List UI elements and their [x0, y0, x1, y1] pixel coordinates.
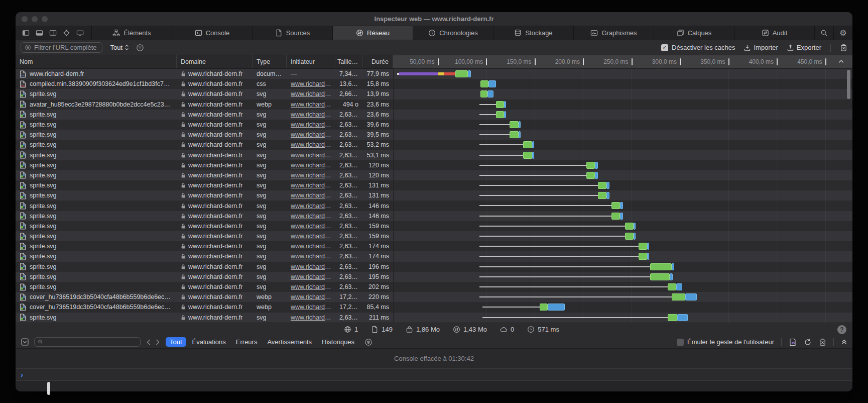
tab-audit[interactable]: Audit — [734, 26, 814, 40]
initiator-link[interactable]: www.richard-d… — [291, 162, 331, 169]
waterfall-bar[interactable] — [393, 110, 852, 120]
console-scope-erreurs[interactable]: Erreurs — [232, 337, 262, 347]
initiator-link[interactable]: www.richard-d… — [291, 131, 331, 138]
waterfall-bar[interactable] — [393, 99, 852, 110]
initiator-link[interactable]: www.richard-d… — [291, 152, 331, 159]
vertical-scrollbar[interactable] — [847, 70, 850, 99]
tab-storage[interactable]: Stockage — [493, 26, 573, 40]
console-scope-button[interactable] — [21, 338, 29, 346]
initiator-link[interactable]: www.richard-d… — [291, 90, 331, 97]
initiator-link[interactable]: www.richard-d… — [291, 182, 331, 189]
table-row[interactable]: sprite.svgwww.richard-dern.frsvgwww.rich… — [16, 272, 852, 282]
column-header-domain[interactable]: Domaine — [177, 55, 253, 68]
initiator-link[interactable]: www.richard-d… — [291, 203, 331, 210]
table-row[interactable]: <>www.richard-dern.frwww.richard-dern.fr… — [16, 69, 852, 79]
table-row[interactable]: sprite.svgwww.richard-dern.frsvgwww.rich… — [16, 262, 852, 272]
initiator-link[interactable]: www.richard-d… — [291, 111, 331, 118]
table-row[interactable]: sprite.svgwww.richard-dern.frsvgwww.rich… — [16, 282, 852, 292]
waterfall-bar[interactable] — [393, 69, 852, 79]
waterfall-bar[interactable] — [393, 120, 852, 130]
column-header-size[interactable]: Taille… — [335, 55, 362, 68]
table-row[interactable]: sprite.svgwww.richard-dern.frsvgwww.rich… — [16, 241, 852, 251]
initiator-link[interactable]: www.richard-d… — [291, 223, 331, 230]
table-row[interactable]: cover_hu736519dc3b5040cfa48b6b559b6de6ec… — [16, 292, 852, 302]
table-row[interactable]: sprite.svgwww.richard-dern.frsvgwww.rich… — [16, 89, 852, 99]
initiator-link[interactable]: www.richard-d… — [291, 283, 331, 290]
initiator-link[interactable]: www.richard-d… — [291, 304, 331, 311]
column-header-duration[interactable]: Durée — [362, 55, 393, 68]
initiator-link[interactable]: www.richard-d… — [291, 253, 331, 260]
device-settings-icon[interactable] — [76, 29, 84, 37]
initiator-link[interactable]: www.richard-d… — [291, 263, 331, 270]
table-row[interactable]: sprite.svgwww.richard-dern.frsvgwww.rich… — [16, 221, 852, 231]
waterfall-bar[interactable] — [393, 130, 852, 140]
import-button[interactable]: Importer — [744, 44, 778, 51]
initiator-link[interactable]: www.richard-d… — [291, 80, 331, 87]
waterfall-bar[interactable] — [393, 231, 852, 241]
initiator-link[interactable]: www.richard-d… — [291, 141, 331, 148]
table-row[interactable]: sprite.svgwww.richard-dern.frsvgwww.rich… — [16, 170, 852, 180]
waterfall-bar[interactable] — [393, 272, 852, 282]
resource-type-select[interactable]: Tout — [110, 44, 130, 51]
table-row[interactable]: sprite.svgwww.richard-dern.frsvgwww.rich… — [16, 200, 852, 211]
column-header-type[interactable]: Type — [253, 55, 287, 68]
initiator-link[interactable]: www.richard-d… — [291, 233, 331, 240]
url-filter-input[interactable]: Filtrer l’URL complète — [21, 42, 102, 53]
table-row[interactable]: sprite.svgwww.richard-dern.frsvgwww.rich… — [16, 140, 852, 150]
expand-console-button[interactable] — [841, 339, 847, 345]
waterfall-bar[interactable] — [393, 211, 852, 221]
next-result-icon[interactable] — [156, 339, 160, 345]
table-row[interactable]: sprite.svgwww.richard-dern.frsvgwww.rich… — [16, 110, 852, 120]
waterfall-bar[interactable] — [393, 221, 852, 231]
help-button[interactable]: ? — [837, 325, 846, 334]
dock-left-icon[interactable] — [22, 29, 30, 37]
tab-console[interactable]: Console — [172, 26, 252, 40]
table-row[interactable]: sprite.svgwww.richard-dern.frsvgwww.rich… — [16, 120, 852, 130]
search-button[interactable] — [814, 26, 833, 40]
waterfall-bar[interactable] — [393, 160, 852, 170]
waterfall-bar[interactable] — [393, 140, 852, 150]
waterfall-bar[interactable] — [393, 79, 852, 89]
waterfall-bar[interactable] — [393, 170, 852, 180]
column-header-name[interactable]: Nom — [16, 55, 177, 68]
initiator-link[interactable]: www.richard-d… — [291, 213, 331, 220]
waterfall-bar[interactable] — [393, 251, 852, 261]
waterfall-bar[interactable] — [393, 241, 852, 251]
console-filter-button[interactable] — [364, 338, 373, 346]
element-picker-icon[interactable] — [62, 29, 71, 37]
settings-button[interactable]: ⚙ — [833, 26, 852, 40]
table-row[interactable]: avatar_hu85ecc3e298728880b0bde2dcc4e5c23… — [16, 99, 852, 110]
tab-timelines[interactable]: Chronologies — [413, 26, 493, 40]
waterfall-bar[interactable] — [393, 190, 852, 200]
initiator-link[interactable]: www.richard-d… — [291, 192, 331, 199]
table-row[interactable]: sprite.svgwww.richard-dern.frsvgwww.rich… — [16, 130, 852, 140]
dock-bottom-icon[interactable] — [35, 29, 44, 37]
initiator-link[interactable]: www.richard-d… — [291, 172, 331, 179]
reload-button[interactable] — [804, 338, 812, 346]
waterfall-bar[interactable] — [393, 200, 852, 211]
waterfall-bar[interactable] — [393, 262, 852, 272]
table-row[interactable]: sprite.svgwww.richard-dern.frsvgwww.rich… — [16, 160, 852, 170]
waterfall-bar[interactable] — [393, 150, 852, 160]
table-row[interactable]: sprite.svgwww.richard-dern.frsvgwww.rich… — [16, 190, 852, 200]
initiator-link[interactable]: www.richard-d… — [291, 273, 331, 280]
table-row[interactable]: sprite.svgwww.richard-dern.frsvgwww.rich… — [16, 150, 852, 160]
previous-result-icon[interactable] — [147, 339, 151, 345]
tab-sources[interactable]: Sources — [252, 26, 332, 40]
console-prompt[interactable]: › — [16, 369, 852, 381]
table-row[interactable]: sprite.svgwww.richard-dern.frsvgwww.rich… — [16, 231, 852, 241]
undock-icon[interactable] — [49, 29, 57, 37]
tab-graphics[interactable]: Graphismes — [573, 26, 654, 40]
show-console-snippets-button[interactable] — [789, 338, 797, 346]
waterfall-bar[interactable] — [393, 282, 852, 292]
table-row[interactable]: sprite.svgwww.richard-dern.frsvgwww.rich… — [16, 313, 852, 323]
tab-network[interactable]: Réseau — [332, 26, 413, 40]
console-scope-évaluations[interactable]: Évaluations — [188, 337, 230, 347]
column-header-initiator[interactable]: Initiateur — [287, 55, 335, 68]
console-scope-tout[interactable]: Tout — [166, 337, 186, 347]
initiator-link[interactable]: www.richard-d… — [291, 121, 331, 128]
console-scope-historiques[interactable]: Historiques — [318, 337, 358, 347]
disable-caches-checkbox[interactable]: ✓ Désactiver les caches — [661, 44, 735, 51]
initiator-link[interactable]: www.richard-d… — [291, 243, 331, 250]
waterfall-bar[interactable] — [393, 313, 852, 323]
